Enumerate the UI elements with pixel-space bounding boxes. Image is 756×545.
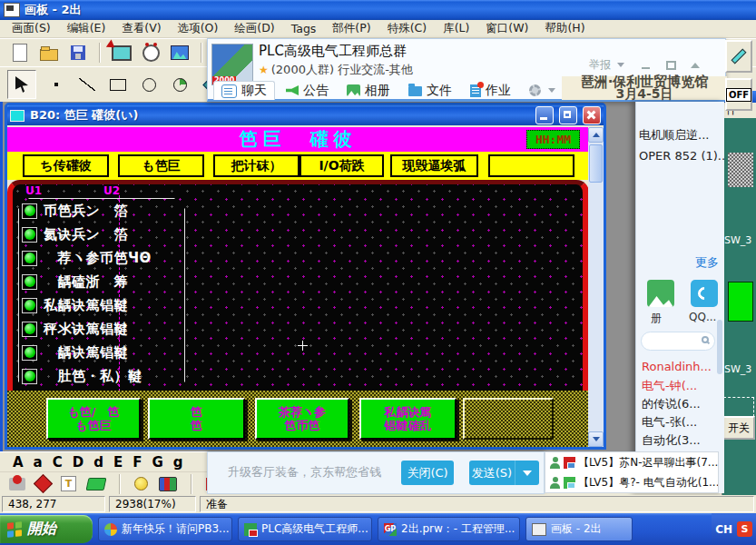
tab-settings[interactable] [522, 81, 563, 100]
soft-key-5-blank[interactable] [463, 398, 554, 440]
fkey-button-2[interactable]: も笆巨 [118, 154, 204, 177]
scroll-down-icon[interactable] [588, 431, 604, 447]
minimize-button[interactable] [535, 106, 554, 124]
qq-sidebar[interactable]: 电机顺启逆... OPER 852 (1)... 更多 册 QQ... Rona… [635, 102, 724, 493]
qq-group-list[interactable]: 【LV5】苏N-迟早聊出事(7... 【LV5】粤?- 电气自动化(1... [545, 451, 719, 493]
alarm-icon[interactable] [140, 42, 162, 64]
close-chat-button[interactable]: 关闭(C) [401, 461, 454, 485]
report-control[interactable]: 举报 [589, 57, 700, 73]
menu-parts[interactable]: 部件(P) [324, 19, 378, 38]
maximize-icon[interactable] [666, 61, 676, 70]
menu-library[interactable]: 库(L) [435, 19, 477, 38]
tab-chat[interactable]: 聊天 [213, 81, 275, 100]
key-widget-icon[interactable] [86, 478, 107, 490]
taskbar-item-paint[interactable]: 画板 - 2出 [525, 517, 633, 541]
save-icon[interactable] [67, 42, 89, 64]
qq-call-icon[interactable] [691, 280, 718, 307]
fkey-button-4[interactable]: I/O荷跌 [299, 154, 384, 177]
library-part-thumbnail[interactable] [728, 153, 753, 187]
send-options-button[interactable] [515, 461, 539, 485]
font-size-button[interactable]: G [152, 454, 162, 471]
off-switch-button[interactable]: OFF [725, 78, 752, 111]
rectangle-tool-icon[interactable] [107, 74, 129, 95]
indicator-row[interactable]: 私龋诀篤锠鞬 [22, 293, 152, 317]
group-list-item[interactable]: 【LV5】苏N-迟早聊出事(7... [545, 452, 718, 472]
sogou-icon[interactable]: S [737, 521, 752, 537]
indicator-row[interactable]: 秤氺诀篤锠鞬 [22, 317, 152, 341]
tab-announcement[interactable]: 公告 [279, 81, 336, 100]
screen-title-banner[interactable]: 笆巨 礶彼 HH:MM [7, 127, 589, 152]
indicator-row[interactable]: 龋诀篤锠鞬 [22, 341, 152, 364]
start-button[interactable]: 開始 [0, 515, 93, 543]
member-item[interactable]: 自动化(3... [642, 432, 701, 449]
soft-key-3[interactable]: 茶荐ヽ参笆币笆 [255, 398, 349, 440]
scrollbar-thumb[interactable] [589, 144, 603, 183]
tab-album[interactable]: 相册 [339, 81, 398, 100]
hmi-editor-window[interactable]: B20: 笆巨 礶彼(い) 笆巨 礶彼 HH:MM ち传礶彼 も笆巨 把计砞） … [5, 103, 606, 450]
menu-draw[interactable]: 绘画(D) [226, 19, 282, 38]
open-file-icon[interactable] [38, 42, 60, 64]
polyline-tool-icon[interactable] [76, 74, 98, 95]
font-size-button[interactable]: A [13, 454, 24, 471]
sidebar-scrollbar-thumb[interactable] [717, 320, 722, 374]
screen-download-icon[interactable] [111, 42, 133, 64]
arc-tool-icon[interactable] [169, 74, 191, 95]
maximize-button[interactable] [559, 106, 577, 124]
group-file-item[interactable]: 电机顺启逆... [639, 127, 709, 144]
editor-scrollbar[interactable] [588, 127, 604, 447]
library-green-swatch[interactable] [728, 282, 753, 322]
member-item[interactable]: 电气-张(... [642, 414, 697, 431]
text-widget-icon[interactable]: T [61, 476, 76, 491]
group-list-item[interactable]: 【LV5】粤?- 电气自动化(1... [545, 472, 718, 492]
qq-group-window[interactable]: 2000 PLC高级电气工程师总群 ★(2000人群) 行业交流-其他 举报 聊… [207, 38, 726, 102]
menu-edit[interactable]: 编辑(E) [59, 19, 114, 38]
pen-tool-button[interactable] [725, 40, 752, 73]
multistate-widget-icon[interactable] [159, 477, 177, 491]
font-size-button[interactable]: E [113, 454, 123, 471]
taskbar-item-browser[interactable]: 新年快乐！请问PB3... [98, 517, 232, 541]
member-search-input[interactable] [641, 332, 715, 351]
indicator-row[interactable]: 龋磕浙 筹 [22, 270, 152, 293]
select-tool-icon[interactable] [7, 70, 36, 99]
font-size-button[interactable]: d [93, 454, 103, 471]
lamp-widget-icon[interactable] [134, 477, 148, 490]
menu-tags[interactable]: Tags [283, 20, 325, 37]
new-file-icon[interactable] [9, 42, 31, 64]
menu-huamian[interactable]: 画面(S) [4, 19, 59, 38]
album-icon[interactable] [647, 280, 674, 307]
app-titlebar[interactable]: 画板 - 2出 [0, 0, 756, 20]
minimize-icon[interactable] [641, 61, 652, 70]
pushbutton-widget-icon[interactable] [9, 478, 25, 490]
close-button[interactable] [583, 106, 601, 124]
menu-special[interactable]: 特殊(C) [379, 19, 435, 38]
collapse-icon[interactable] [691, 63, 700, 68]
font-size-button[interactable]: F [133, 454, 142, 471]
menu-view[interactable]: 查看(V) [113, 19, 169, 38]
parts-library-window[interactable]: 板 件 SW_3 SW_3 开关 [722, 91, 756, 509]
taskbar-item-qq-group[interactable]: PLC高级电气工程师... [238, 517, 372, 541]
send-button[interactable]: 发送(S) [469, 461, 515, 485]
clock-widget[interactable]: HH:MM [526, 130, 580, 149]
diamond-button-widget-icon[interactable] [34, 474, 53, 493]
indicator-row[interactable]: 肚笆・私）鞬 [22, 364, 152, 388]
menu-window[interactable]: 窗口(W) [477, 19, 536, 38]
ad-banner[interactable]: 琶洲·保利世贸博览馆 3月4-5日 [562, 76, 727, 100]
indicator-row[interactable]: 荐ヽ参币笆ЧΘ [22, 246, 152, 270]
more-link[interactable]: 更多 [695, 254, 719, 271]
tab-files[interactable]: 文件 [401, 81, 459, 100]
menu-help[interactable]: 帮助(H) [536, 19, 593, 38]
editor-canvas[interactable]: 笆巨 礶彼 HH:MM ち传礶彼 も笆巨 把计砞） I/O荷跌 现毁逼埃弧 U1… [7, 125, 604, 447]
screen-work-area[interactable]: U1 U2 币笆兵ン 箈 氦诀兵ン 箈 荐ヽ参币笆ЧΘ 龋磕浙 筹 私龋诀篤锠鞬… [7, 180, 589, 391]
taskbar-item-project-manager[interactable]: GP 2出.prw：- 工程管理... [378, 517, 520, 541]
font-size-button[interactable]: D [73, 454, 83, 471]
menu-options[interactable]: 选项(O) [170, 19, 227, 38]
fkey-button-3[interactable]: 把计砞） [213, 154, 299, 177]
font-size-button[interactable]: g [173, 454, 183, 471]
image-icon[interactable] [169, 42, 191, 64]
point-tool-icon[interactable] [45, 74, 67, 95]
member-item[interactable]: 的传说(6... [642, 396, 701, 412]
member-item[interactable]: Ronaldinh... [642, 360, 712, 373]
soft-key-2[interactable]: 笆笆 [148, 398, 245, 440]
qq-chat-input-panel[interactable]: 升级客厅装备，京东帮您省钱 关闭(C) 发送(S) [207, 451, 545, 494]
report-label[interactable]: 举报 [589, 57, 611, 73]
